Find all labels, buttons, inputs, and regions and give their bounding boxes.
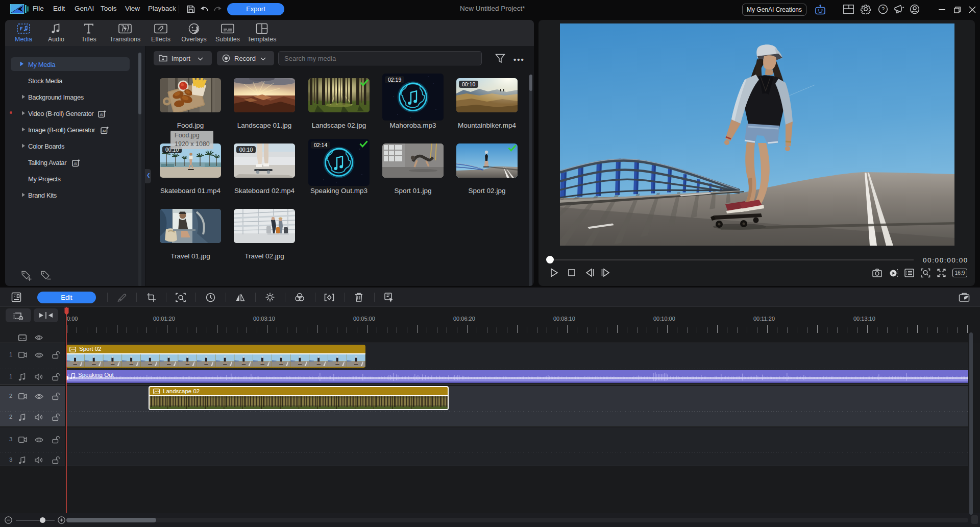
svg-text:?: ?: [881, 6, 885, 12]
